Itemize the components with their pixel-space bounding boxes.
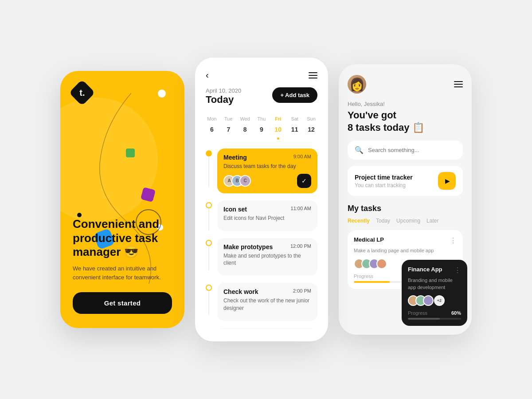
menu-icon xyxy=(309,78,317,78)
timeline-line xyxy=(208,156,209,188)
calendar-day-wed[interactable]: Wed 8 xyxy=(239,116,251,140)
timeline-dot xyxy=(206,202,212,208)
task-title: Check work xyxy=(223,288,258,295)
back-button[interactable]: ‹ xyxy=(206,70,209,80)
active-day-dot xyxy=(277,137,279,140)
task-desc: Make and send prototypes to the client xyxy=(223,252,311,267)
progress-fill xyxy=(408,318,440,320)
calendar-day-mon[interactable]: Mon 6 xyxy=(206,116,218,140)
task-desc: Discuss team tasks for the day xyxy=(223,163,311,170)
timeline-iconset xyxy=(206,200,212,231)
time-tracker-card: Project time tracker You can start track… xyxy=(348,166,463,196)
calendar-day-fri-active[interactable]: Fri 10 xyxy=(272,116,284,140)
timeline-meeting xyxy=(206,149,212,188)
task-time: 2:00 PM xyxy=(293,288,311,293)
screen2-calendar: ‹ April 10, 2020 Today + Add task Mon 6 xyxy=(195,58,328,341)
task-card-finance[interactable]: Finance App ⋮ Branding and mobile app de… xyxy=(402,260,467,326)
task-card-meeting: Meeting 9:00 AM Discuss team tasks for t… xyxy=(217,149,317,193)
screen2-header: ‹ xyxy=(206,70,317,80)
search-icon: 🔍 xyxy=(355,146,364,154)
timeline-dot xyxy=(206,240,212,246)
screens-container: t. Convenient and productive task manage… xyxy=(0,40,532,359)
card-header: Finance App ⋮ xyxy=(408,266,461,274)
deco-dot-white1 xyxy=(158,90,166,98)
calendar-day-sat[interactable]: Sat 11 xyxy=(289,116,301,140)
progress-fill xyxy=(354,281,390,283)
card-title: Finance App xyxy=(408,266,442,273)
card-desc: Make a landing page and mobile app xyxy=(354,247,457,254)
greeting-text: Hello, Jessika! xyxy=(348,101,463,107)
screen1-subtitle: We have created an intuitive and conveni… xyxy=(73,264,172,282)
add-task-button[interactable]: + Add task xyxy=(272,87,317,103)
calendar-day-thu[interactable]: Thu 9 xyxy=(255,116,268,140)
calendar-day-tue[interactable]: Tue 7 xyxy=(222,116,235,140)
avatar-image xyxy=(348,75,366,94)
tab-later[interactable]: Later xyxy=(426,218,438,224)
search-input[interactable] xyxy=(368,147,456,153)
tracker-play-button[interactable] xyxy=(438,172,456,190)
progress-row: Progress 60% xyxy=(408,310,461,316)
task-tabs: Recently Today Upcoming Later xyxy=(348,218,463,224)
timeline-prototypes xyxy=(206,238,212,270)
task-header: Make prototypes 12:00 PM xyxy=(223,243,311,250)
task-time: 12:00 PM xyxy=(290,243,311,249)
menu-icon xyxy=(309,72,317,73)
task-card-iconset: Icon set 11:00 AM Edit icons for Navi Pr… xyxy=(217,200,317,231)
task-time: 11:00 AM xyxy=(291,206,311,211)
get-started-button[interactable]: Get started xyxy=(73,292,172,314)
timeline-dot xyxy=(206,285,212,291)
card-options-button[interactable]: ⋮ xyxy=(450,236,457,245)
task-avatars: A B C xyxy=(223,175,247,187)
search-bar[interactable]: 🔍 xyxy=(348,141,463,160)
task-title: Make prototypes xyxy=(223,243,273,250)
screen1-content: Convenient and productive task manager 😎… xyxy=(73,217,172,314)
timeline-line xyxy=(208,208,209,231)
task-card-prototypes: Make prototypes 12:00 PM Make and send p… xyxy=(217,238,317,276)
task-desc: Edit icons for Navi Project xyxy=(223,215,311,222)
task-header: Check work 2:00 PM xyxy=(223,288,311,295)
menu-icon xyxy=(309,75,317,76)
tracker-subtitle: You can start tracking xyxy=(355,182,413,188)
timeline-line xyxy=(208,246,209,270)
task-desc: Check out the work of the new junior des… xyxy=(223,297,311,312)
task-time: 9:00 AM xyxy=(293,154,311,159)
task-list: Meeting 9:00 AM Discuss team tasks for t… xyxy=(206,149,317,329)
date-top: April 10, 2020 Today + Add task xyxy=(206,87,317,106)
deco-dot-black xyxy=(77,213,82,217)
task-header: Meeting 9:00 AM xyxy=(223,154,311,161)
calendar-days: Mon 6 Tue 7 Wed 8 Thu 9 Fri 10 Sat xyxy=(206,116,317,140)
progress-label: Progress xyxy=(354,274,373,279)
card-avatar-plus: +2 xyxy=(434,295,445,306)
task-checkwork[interactable]: Check work 2:00 PM Check out the work of… xyxy=(206,283,317,321)
progress-percentage: 60% xyxy=(451,310,461,316)
timeline-checkwork xyxy=(206,283,212,315)
tab-recently[interactable]: Recently xyxy=(348,218,370,224)
tracker-info: Project time tracker You can start track… xyxy=(355,174,413,188)
date-today: Today xyxy=(206,94,241,106)
screen1-title: Convenient and productive task manager 😎 xyxy=(73,217,172,259)
screen3-header xyxy=(348,75,463,94)
date-info: April 10, 2020 Today xyxy=(206,87,241,106)
tab-upcoming[interactable]: Upcoming xyxy=(396,218,420,224)
calendar-day-sun[interactable]: Sun 12 xyxy=(305,116,317,140)
user-avatar[interactable] xyxy=(348,75,366,94)
task-prototypes[interactable]: Make prototypes 12:00 PM Make and send p… xyxy=(206,238,317,276)
tracker-title: Project time tracker xyxy=(355,174,413,181)
screen1-onboarding: t. Convenient and productive task manage… xyxy=(60,71,184,328)
task-card-landingpage: Landing page 2:50 PM Start work on landi… xyxy=(217,328,317,329)
task-meeting[interactable]: Meeting 9:00 AM Discuss team tasks for t… xyxy=(206,149,317,193)
menu-icon-line xyxy=(454,84,463,85)
task-check-button[interactable]: ✓ xyxy=(297,174,311,188)
tab-today[interactable]: Today xyxy=(376,218,390,224)
my-tasks-label: My tasks xyxy=(348,204,463,213)
task-landingpage[interactable]: Landing page 2:50 PM Start work on landi… xyxy=(206,328,317,329)
date-section: April 10, 2020 Today + Add task xyxy=(206,87,317,106)
task-footer: A B C ✓ xyxy=(223,174,311,188)
menu-icon-line xyxy=(454,81,463,82)
task-iconset[interactable]: Icon set 11:00 AM Edit icons for Navi Pr… xyxy=(206,200,317,231)
card-options-button[interactable]: ⋮ xyxy=(454,266,461,274)
task-title: Meeting xyxy=(223,154,247,161)
dashboard-menu-button[interactable] xyxy=(454,81,463,87)
menu-button[interactable] xyxy=(309,72,317,78)
task-header: Icon set 11:00 AM xyxy=(223,206,311,213)
